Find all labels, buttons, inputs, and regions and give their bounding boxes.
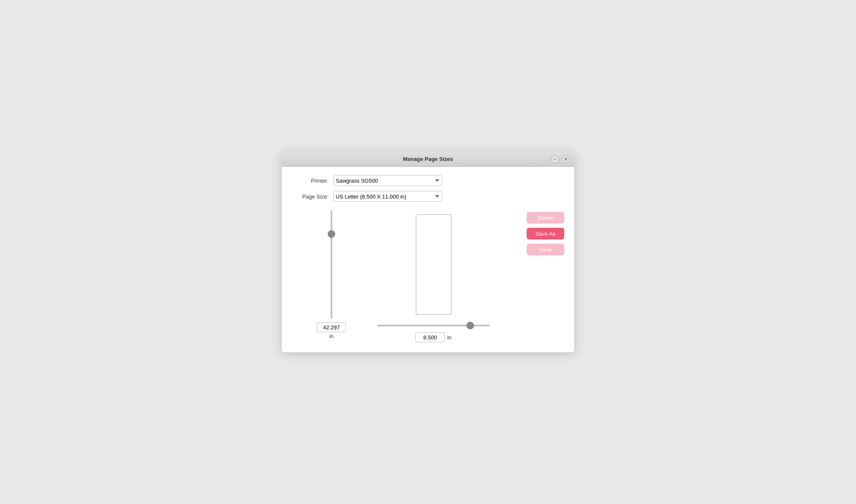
horizontal-slider-row (377, 321, 490, 330)
minimize-button[interactable]: − (551, 155, 559, 163)
vertical-value-container: in (317, 322, 346, 339)
titlebar-controls: − ✕ (551, 155, 570, 163)
horizontal-unit-label: in (447, 334, 451, 341)
controls-area: in in (292, 210, 517, 342)
main-area: in in (292, 210, 564, 342)
delete-button[interactable]: Delete (527, 212, 564, 224)
vertical-slider-thumb (328, 230, 335, 238)
page-preview (416, 214, 451, 315)
manage-page-sizes-dialog: Manage Page Sizes − ✕ Printer: Sawgrass … (282, 152, 574, 352)
horizontal-value-row: in (415, 332, 451, 342)
page-size-row: Page Size: US Letter (8.500 X 11.000 in) (292, 191, 564, 202)
close-button[interactable]: ✕ (562, 155, 570, 163)
titlebar: Manage Page Sizes − ✕ (282, 152, 574, 167)
vertical-value-input[interactable] (317, 322, 346, 332)
printer-select[interactable]: Sawgrass SG500 (334, 175, 442, 186)
horizontal-value-input[interactable] (415, 332, 445, 342)
dialog-body: Printer: Sawgrass SG500 Page Size: US Le… (282, 167, 574, 352)
vertical-slider-container: in (317, 210, 346, 339)
horizontal-slider[interactable] (377, 321, 490, 330)
save-as-button[interactable]: Save As (527, 228, 564, 239)
printer-label: Printer: (292, 178, 334, 184)
printer-row: Printer: Sawgrass SG500 (292, 175, 564, 186)
page-size-select[interactable]: US Letter (8.500 X 11.000 in) (334, 191, 442, 202)
preview-area: in (350, 210, 517, 342)
buttons-area: Delete Save As Save (527, 210, 564, 342)
vertical-slider-track (331, 210, 332, 319)
page-size-label: Page Size: (292, 193, 334, 200)
save-button[interactable]: Save (527, 244, 564, 255)
dialog-title: Manage Page Sizes (403, 156, 453, 162)
vertical-unit-label: in (329, 333, 334, 339)
